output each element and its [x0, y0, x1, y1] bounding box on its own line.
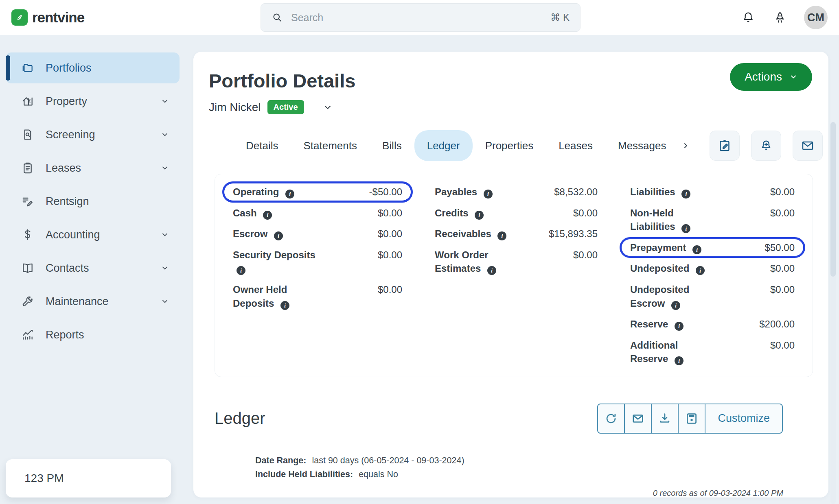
chevron-down-icon — [161, 264, 169, 272]
summary-value: $0.00 — [770, 185, 795, 199]
tab-statements[interactable]: Statements — [291, 130, 370, 161]
email-report-button[interactable] — [624, 404, 652, 434]
records-count: 0 records as of 09-03-2024 1:00 PM — [229, 489, 783, 497]
add-note-button[interactable] — [710, 131, 740, 161]
download-icon — [658, 412, 672, 425]
summary-column-1: Operating i -$50.00 Cash i $0.00 Escrow … — [226, 181, 410, 369]
sidebar-item-label: Leases — [46, 162, 81, 175]
info-icon[interactable]: i — [484, 190, 493, 199]
summary-value: $0.00 — [573, 206, 598, 220]
sidebar-item-rentsign[interactable]: Rentsign — [6, 186, 180, 217]
download-button[interactable] — [651, 404, 679, 434]
rentvine-logo[interactable]: rentvine — [11, 9, 84, 26]
summary-value: $200.00 — [759, 317, 795, 331]
signature-icon — [21, 195, 34, 208]
clock-widget: 123 PM — [6, 459, 171, 497]
refresh-button[interactable] — [597, 404, 625, 434]
info-icon[interactable]: i — [497, 231, 506, 240]
portfolio-name: Jim Nickel — [209, 101, 261, 114]
info-icon[interactable]: i — [263, 211, 272, 220]
info-icon[interactable]: i — [475, 211, 484, 220]
summary-row-prepayment: Prepayment i $50.00 — [620, 237, 805, 258]
summary-row-non-held-liabilities: Non-Held Liabilities i $0.00 — [623, 203, 802, 237]
status-badge: Active — [267, 100, 304, 114]
summary-column-2: Payables i $8,532.00 Credits i $0.00 Rec… — [427, 181, 605, 369]
vertical-scrollbar[interactable] — [830, 122, 836, 504]
info-icon[interactable]: i — [681, 190, 690, 199]
clipboard-icon — [21, 161, 34, 175]
summary-value: $50.00 — [765, 241, 795, 255]
info-icon[interactable]: i — [692, 245, 701, 254]
tabs-overflow-chevron-icon[interactable] — [682, 142, 690, 150]
doc-search-icon — [21, 128, 34, 141]
sidebar-item-screening[interactable]: Screening — [6, 119, 180, 150]
logo-text: rentvine — [32, 9, 84, 26]
send-email-button[interactable] — [793, 131, 823, 161]
search-input[interactable] — [290, 11, 543, 24]
sidebar-item-reports[interactable]: Reports — [6, 319, 180, 350]
info-icon[interactable]: i — [274, 231, 283, 240]
portfolio-details-card: Portfolio Details Jim Nickel Active Acti… — [193, 52, 828, 497]
tab-details[interactable]: Details — [233, 130, 291, 161]
sidebar-item-label: Maintenance — [46, 295, 109, 308]
tab-bills[interactable]: Bills — [370, 130, 414, 161]
scrollbar-thumb[interactable] — [830, 122, 836, 277]
summary-row-additional-reserve: Additional Reserve i $0.00 — [623, 335, 802, 369]
summary-row-liabilities: Liabilities i $0.00 — [623, 181, 802, 203]
sidebar-item-label: Rentsign — [46, 195, 89, 208]
summary-row-undeposited: Undeposited i $0.00 — [623, 258, 802, 279]
info-icon[interactable]: i — [675, 356, 683, 365]
summary-row-undeposited-escrow: Undeposited Escrow i $0.00 — [623, 279, 802, 314]
summary-value: -$50.00 — [369, 185, 402, 199]
sidebar-item-portfolios[interactable]: Portfolios — [6, 52, 180, 83]
tab-ledger[interactable]: Ledger — [414, 130, 473, 161]
info-icon[interactable]: i — [237, 266, 245, 275]
sidebar-item-label: Portfolios — [46, 62, 92, 74]
summary-row-reserve: Reserve i $200.00 — [623, 314, 802, 335]
info-icon[interactable]: i — [675, 322, 683, 331]
envelope-icon — [631, 412, 645, 425]
chevron-down-icon — [161, 297, 169, 305]
info-icon[interactable]: i — [671, 301, 680, 310]
summary-row-work-order-estimates: Work Order Estimates i $0.00 — [427, 244, 605, 279]
wrench-icon — [21, 295, 34, 308]
tab-leases[interactable]: Leases — [546, 130, 605, 161]
top-bar: rentvine ⌘ K CM — [0, 0, 839, 35]
add-reminder-button[interactable] — [751, 131, 781, 161]
sidebar-item-contacts[interactable]: Contacts — [6, 253, 180, 284]
tab-properties[interactable]: Properties — [473, 130, 546, 161]
summary-value: $15,893.35 — [549, 227, 598, 241]
notifications-bell-icon[interactable] — [740, 10, 756, 25]
ledger-header: Ledger Customize — [208, 396, 814, 441]
sidebar-item-property[interactable]: Property — [6, 86, 180, 117]
folder-icon — [21, 61, 34, 74]
refresh-icon — [604, 412, 618, 425]
sidebar-item-accounting[interactable]: Accounting — [6, 219, 180, 250]
chevron-down-icon — [161, 231, 169, 239]
user-avatar[interactable]: CM — [804, 6, 828, 29]
tab-messages[interactable]: Messages — [605, 130, 679, 161]
info-icon[interactable]: i — [280, 301, 289, 310]
chevron-down-icon — [161, 97, 169, 105]
summary-value: $0.00 — [573, 248, 598, 262]
save-view-button[interactable] — [678, 404, 705, 434]
sidebar-item-leases[interactable]: Leases — [6, 153, 180, 183]
info-icon[interactable]: i — [681, 224, 690, 233]
info-icon[interactable]: i — [285, 190, 294, 199]
customize-button[interactable]: Customize — [705, 404, 783, 434]
dollar-icon — [21, 228, 34, 241]
global-search[interactable]: ⌘ K — [261, 3, 581, 32]
actions-button[interactable]: Actions — [730, 63, 812, 91]
info-icon[interactable]: i — [487, 266, 496, 275]
filter-date-range: Date Range: last 90 days (06-05-2024 - 0… — [255, 456, 814, 466]
house-icon — [21, 95, 34, 108]
portfolio-switch-chevron-icon[interactable] — [323, 103, 333, 112]
sidebar-nav: Portfolios Property Screening Leases Ren… — [0, 35, 185, 504]
summary-value: $0.00 — [378, 283, 402, 297]
book-icon — [21, 262, 34, 275]
info-icon[interactable]: i — [696, 266, 705, 275]
ledger-toolbar: Customize — [597, 404, 783, 434]
whats-new-rocket-icon[interactable] — [772, 10, 788, 25]
sidebar-item-maintenance[interactable]: Maintenance — [6, 286, 180, 317]
tab-action-buttons — [710, 131, 823, 161]
